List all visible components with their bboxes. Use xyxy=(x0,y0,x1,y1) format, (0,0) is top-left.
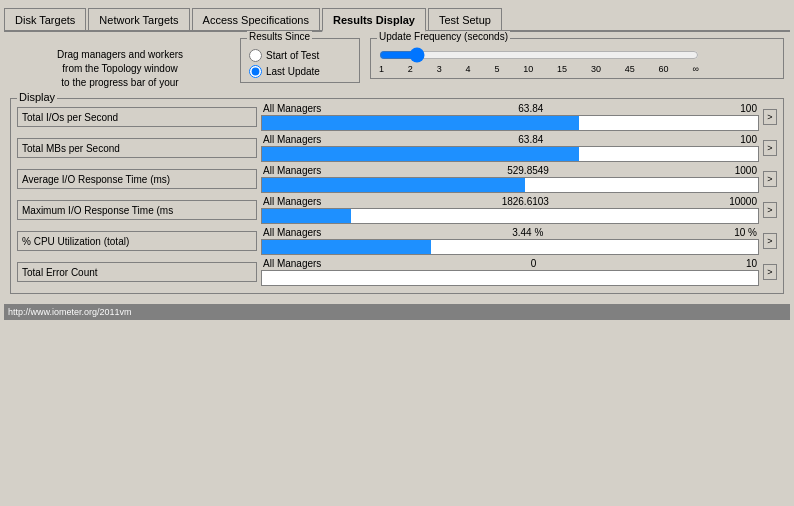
metric-label-total-mbs: Total MBs per Second xyxy=(17,138,257,158)
bar-section-error-count: All Managers010 xyxy=(261,258,759,286)
tab-test-setup[interactable]: Test Setup xyxy=(428,8,502,30)
metric-cpu-util: % CPU Utilization (total)All Managers3.4… xyxy=(17,227,777,255)
start-of-test-label: Start of Test xyxy=(266,50,319,61)
metric-source-total-ios: All Managers xyxy=(263,103,321,114)
metric-value-cpu-util: 3.44 % xyxy=(321,227,734,238)
last-update-option[interactable]: Last Update xyxy=(249,65,351,78)
slider-wrapper: 1 2 3 4 5 10 15 30 45 60 ∞ xyxy=(379,41,775,74)
metric-total-ios: Total I/Os per SecondAll Managers63.8410… xyxy=(17,103,777,131)
last-update-radio[interactable] xyxy=(249,65,262,78)
more-button-error-count[interactable]: > xyxy=(763,264,777,280)
update-frequency-group: Update Frequency (seconds) 1 2 3 4 5 10 … xyxy=(370,38,784,79)
metric-max-cpu-util: 10 % xyxy=(734,227,757,238)
metric-info-total-ios: All Managers63.84100 xyxy=(261,103,759,114)
bar-container-error-count xyxy=(261,270,759,286)
metric-max-avg-io-response: 1000 xyxy=(735,165,757,176)
metric-info-error-count: All Managers010 xyxy=(261,258,759,269)
metric-value-total-ios: 63.84 xyxy=(321,103,740,114)
bar-container-total-mbs xyxy=(261,146,759,162)
drag-instructions: Drag managers and workersfrom the Topolo… xyxy=(10,38,230,90)
metric-value-error-count: 0 xyxy=(321,258,746,269)
update-frequency-label: Update Frequency (seconds) xyxy=(377,31,510,42)
metric-label-avg-io-response: Average I/O Response Time (ms) xyxy=(17,169,257,189)
display-group: Display Total I/Os per SecondAll Manager… xyxy=(10,98,784,294)
metric-total-mbs: Total MBs per SecondAll Managers63.84100… xyxy=(17,134,777,162)
bar-container-total-ios xyxy=(261,115,759,131)
metric-avg-io-response: Average I/O Response Time (ms)All Manage… xyxy=(17,165,777,193)
bar-fill-total-mbs xyxy=(262,147,579,161)
results-since-options: Start of Test Last Update xyxy=(249,41,351,78)
bar-fill-cpu-util xyxy=(262,240,431,254)
results-since-group: Results Since Start of Test Last Update xyxy=(240,38,360,83)
more-button-cpu-util[interactable]: > xyxy=(763,233,777,249)
results-since-label: Results Since xyxy=(247,31,312,42)
metric-value-avg-io-response: 529.8549 xyxy=(321,165,734,176)
metric-value-total-mbs: 63.84 xyxy=(321,134,740,145)
metric-max-io-response: Maximum I/O Response Time (msAll Manager… xyxy=(17,196,777,224)
bar-container-cpu-util xyxy=(261,239,759,255)
bar-fill-max-io-response xyxy=(262,209,351,223)
status-bar: http://www.iometer.org/2011vm xyxy=(4,304,790,320)
metric-info-cpu-util: All Managers3.44 %10 % xyxy=(261,227,759,238)
metric-max-error-count: 10 xyxy=(746,258,757,269)
tab-results-display[interactable]: Results Display xyxy=(322,8,426,32)
metric-error-count: Total Error CountAll Managers010> xyxy=(17,258,777,286)
slider-labels: 1 2 3 4 5 10 15 30 45 60 ∞ xyxy=(379,63,699,74)
tab-network-targets[interactable]: Network Targets xyxy=(88,8,189,30)
update-frequency-slider[interactable] xyxy=(379,47,699,63)
metric-source-avg-io-response: All Managers xyxy=(263,165,321,176)
metric-source-cpu-util: All Managers xyxy=(263,227,321,238)
metric-value-max-io-response: 1826.6103 xyxy=(321,196,729,207)
metric-source-error-count: All Managers xyxy=(263,258,321,269)
metric-label-error-count: Total Error Count xyxy=(17,262,257,282)
metrics-container: Total I/Os per SecondAll Managers63.8410… xyxy=(17,103,777,286)
metric-max-total-mbs: 100 xyxy=(740,134,757,145)
drag-instructions-text: Drag managers and workersfrom the Topolo… xyxy=(57,49,183,88)
display-group-label: Display xyxy=(17,91,57,103)
tab-bar: Disk TargetsNetwork TargetsAccess Specif… xyxy=(4,4,790,32)
more-button-max-io-response[interactable]: > xyxy=(763,202,777,218)
bar-container-max-io-response xyxy=(261,208,759,224)
top-controls: Drag managers and workersfrom the Topolo… xyxy=(10,38,784,90)
more-button-total-ios[interactable]: > xyxy=(763,109,777,125)
tab-disk-targets[interactable]: Disk Targets xyxy=(4,8,86,30)
bar-fill-avg-io-response xyxy=(262,178,525,192)
last-update-label: Last Update xyxy=(266,66,320,77)
metric-max-total-ios: 100 xyxy=(740,103,757,114)
metric-max-max-io-response: 10000 xyxy=(729,196,757,207)
metric-info-max-io-response: All Managers1826.610310000 xyxy=(261,196,759,207)
metric-info-avg-io-response: All Managers529.85491000 xyxy=(261,165,759,176)
bar-fill-total-ios xyxy=(262,116,579,130)
metric-label-max-io-response: Maximum I/O Response Time (ms xyxy=(17,200,257,220)
start-of-test-option[interactable]: Start of Test xyxy=(249,49,351,62)
metric-info-total-mbs: All Managers63.84100 xyxy=(261,134,759,145)
bar-section-total-ios: All Managers63.84100 xyxy=(261,103,759,131)
bar-section-cpu-util: All Managers3.44 %10 % xyxy=(261,227,759,255)
bar-container-avg-io-response xyxy=(261,177,759,193)
tab-access-specs[interactable]: Access Specifications xyxy=(192,8,320,30)
metric-source-total-mbs: All Managers xyxy=(263,134,321,145)
metric-label-cpu-util: % CPU Utilization (total) xyxy=(17,231,257,251)
metric-source-max-io-response: All Managers xyxy=(263,196,321,207)
bar-section-max-io-response: All Managers1826.610310000 xyxy=(261,196,759,224)
more-button-avg-io-response[interactable]: > xyxy=(763,171,777,187)
status-text: http://www.iometer.org/2011vm xyxy=(8,307,132,317)
bar-section-total-mbs: All Managers63.84100 xyxy=(261,134,759,162)
bar-section-avg-io-response: All Managers529.85491000 xyxy=(261,165,759,193)
metric-label-total-ios: Total I/Os per Second xyxy=(17,107,257,127)
start-of-test-radio[interactable] xyxy=(249,49,262,62)
content-area: Drag managers and workersfrom the Topolo… xyxy=(4,32,790,300)
more-button-total-mbs[interactable]: > xyxy=(763,140,777,156)
main-window: Disk TargetsNetwork TargetsAccess Specif… xyxy=(0,0,794,506)
